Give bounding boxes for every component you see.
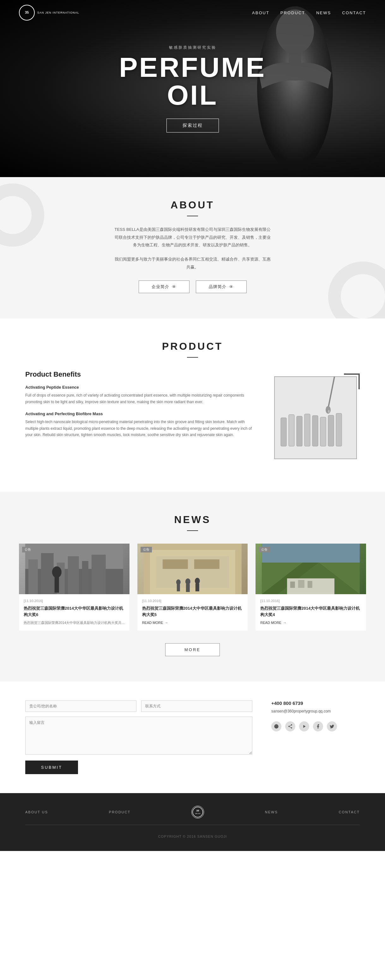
svg-rect-26 <box>55 577 59 593</box>
svg-text:SAN JEN: SAN JEN <box>195 813 201 814</box>
more-button-wrap: MORE <box>19 643 366 656</box>
nav-product[interactable]: PRODUCT <box>280 10 305 15</box>
more-button[interactable]: MORE <box>165 643 220 656</box>
news-title-2: 热烈祝贺三森国际荣膺2014大中华区最具影响力设计机构大奖5 <box>142 605 243 617</box>
svg-rect-33 <box>186 584 190 592</box>
product-section-title: PRODUCT <box>25 340 360 352</box>
news-date-2: [11.10.2016] <box>142 599 243 603</box>
news-body-1: [11.10.2016] 热烈祝贺三森国际荣膺2014大中华区最具影响力设计机构… <box>19 594 130 630</box>
svg-rect-41 <box>262 544 360 563</box>
about-description-1: TESS BELLA是由美国三森国际尖端科技研发有限公司与深圳三森国际生物发展有… <box>114 226 272 249</box>
hero-subtitle: 敏感肤质抽测研究实验 <box>119 45 266 50</box>
product-image-svg <box>271 370 363 465</box>
product-content: Product Benefits Activating Peptide Esse… <box>25 370 360 466</box>
contact-form-area: SUBMIT <box>25 700 252 774</box>
about-description-2: 我们阅盟更多与致力于美丽事业的社会各界同仁互相交流、精诚合作、共享资源、互惠共赢… <box>114 256 272 271</box>
svg-rect-4 <box>281 418 287 446</box>
news-card-2: 公告 [11.10.2016] 热烈祝贺三森国际荣膺2014大中华区最具影响力设… <box>137 544 248 630</box>
news-badge-1: 公告 <box>22 547 33 552</box>
svg-point-14 <box>328 410 330 413</box>
nav-about[interactable]: ABOUT <box>252 10 269 15</box>
news-card-1-image: 公告 <box>19 544 130 594</box>
contact-method-input[interactable] <box>141 700 252 712</box>
product-text: Product Benefits Activating Peptide Esse… <box>25 370 252 444</box>
footer-nav-product[interactable]: PRODUCT <box>109 810 130 814</box>
eye-icon-2: 👁 <box>229 284 234 290</box>
about-decorative-circle-right <box>328 261 385 318</box>
benefit-2-title: Activating and Perfecting Biofibre Mass <box>25 411 252 416</box>
footer: ABOUT US PRODUCT 35 SAN JEN NEWS CONTACT… <box>0 793 385 851</box>
news-body-2: [11.10.2016] 热烈祝贺三森国际荣膺2014大中华区最具影响力设计机构… <box>137 594 248 629</box>
logo-icon: 35 <box>19 5 35 21</box>
footer-copyright: COPYRIGHT © 2016 SANSEN GUOJI <box>25 835 360 838</box>
share-icon[interactable] <box>285 721 295 732</box>
company-name-input[interactable] <box>25 700 136 712</box>
footer-top: ABOUT US PRODUCT 35 SAN JEN NEWS CONTACT <box>25 806 360 825</box>
news-section: NEWS 公告 <box>0 492 385 681</box>
svg-rect-19 <box>29 559 38 594</box>
news-grid: 公告 [11.10.2016] 热烈祝贺三森国际荣膺2014大中华区最具影响力设… <box>19 544 366 630</box>
social-icons <box>271 721 360 732</box>
logo-text: SAN JEN INTERNATIONAL <box>37 11 79 14</box>
svg-rect-10 <box>328 415 334 446</box>
nav-news[interactable]: NEWS <box>316 10 331 15</box>
svg-rect-43 <box>290 582 295 588</box>
news-date-3: [11.10.2016] <box>260 599 361 603</box>
product-image-area <box>271 370 360 466</box>
wechat-icon[interactable] <box>271 721 281 732</box>
about-buttons: 企业简介 👁 品牌简介 👁 <box>19 280 366 293</box>
news-card-2-image: 公告 <box>137 544 248 594</box>
svg-point-34 <box>195 578 200 584</box>
facebook-icon[interactable] <box>313 721 323 732</box>
news-title-3: 热烈祝贺三森国际荣膺2014大中华区最具影响力设计机构大奖4 <box>260 605 361 617</box>
footer-nav-about[interactable]: ABOUT US <box>25 810 48 814</box>
benefit-1-title: Activating Peptide Essence <box>25 385 252 390</box>
news-desc-1: 热烈祝贺三森国际荣膺2014大中华区最具影响力设计机构大奖共... <box>24 620 125 626</box>
about-section-title: ABOUT <box>19 199 366 211</box>
read-more-2[interactable]: READ MORE → <box>142 621 243 625</box>
hero-title: PERFUME OIL <box>119 53 266 109</box>
about-divider <box>187 216 198 216</box>
svg-rect-24 <box>92 555 106 594</box>
svg-rect-8 <box>312 415 318 446</box>
svg-rect-6 <box>296 416 302 446</box>
news-card-3-image: 公告 <box>255 544 366 594</box>
news-date-1: [11.10.2016] <box>24 599 125 603</box>
company-intro-button[interactable]: 企业简介 👁 <box>139 280 190 293</box>
eye-icon-1: 👁 <box>172 284 177 290</box>
submit-button[interactable]: SUBMIT <box>25 760 78 774</box>
product-main-title: Product Benefits <box>25 370 252 379</box>
news-card-1: 公告 [11.10.2016] 热烈祝贺三森国际荣膺2014大中华区最具影响力设… <box>19 544 130 630</box>
svg-rect-35 <box>195 584 199 591</box>
footer-nav-contact[interactable]: CONTACT <box>339 810 360 814</box>
svg-text:35: 35 <box>196 809 199 812</box>
svg-rect-22 <box>68 556 79 594</box>
svg-rect-44 <box>298 580 304 588</box>
brand-intro-button[interactable]: 品牌简介 👁 <box>196 280 247 293</box>
footer-nav-news[interactable]: NEWS <box>265 810 278 814</box>
news-card-3: 公告 [11.10.2016] 热烈祝贺三森国际荣膺2014大中华区最具影响力设… <box>255 544 366 630</box>
contact-form-row-1 <box>25 700 252 712</box>
read-more-3[interactable]: READ MORE → <box>260 621 361 625</box>
svg-rect-45 <box>307 581 312 588</box>
svg-rect-20 <box>41 553 54 594</box>
about-section: ABOUT TESS BELLA是由美国三森国际尖端科技研发有限公司与深圳三森国… <box>0 177 385 318</box>
twitter-icon[interactable] <box>327 721 337 732</box>
news-divider <box>187 530 198 531</box>
hero-cta-button[interactable]: 探索过程 <box>166 119 219 132</box>
news-section-title: NEWS <box>19 514 366 526</box>
about-decorative-circle-left <box>0 183 44 247</box>
svg-point-46 <box>193 807 203 817</box>
contact-phone: +400 800 6739 <box>271 700 360 706</box>
footer-logo: 35 SAN JEN <box>192 806 204 818</box>
nav-contact[interactable]: CONTACT <box>342 10 366 15</box>
svg-rect-23 <box>82 561 89 594</box>
contact-section: SUBMIT +400 800 6739 sansen@360propertyg… <box>0 681 385 793</box>
play-icon[interactable] <box>299 721 309 732</box>
svg-rect-30 <box>163 559 188 569</box>
svg-rect-5 <box>289 415 295 446</box>
svg-rect-7 <box>304 414 310 446</box>
message-textarea[interactable] <box>25 717 252 754</box>
svg-point-32 <box>185 578 190 585</box>
svg-rect-37 <box>177 584 180 591</box>
